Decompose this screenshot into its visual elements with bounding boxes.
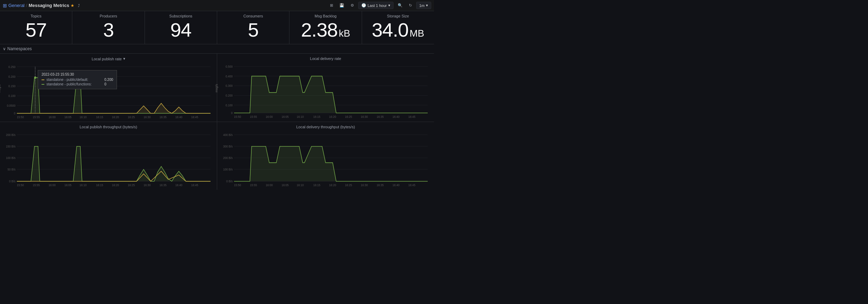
chart-local-publish-throughput-svg: 200 B/s 150 B/s 100 B/s 50 B/s 0 B/s 15:… bbox=[3, 131, 214, 187]
svg-text:16:40: 16:40 bbox=[175, 115, 183, 119]
stat-consumers-value: 5 bbox=[223, 20, 284, 40]
svg-text:16:25: 16:25 bbox=[128, 183, 135, 187]
zoom-icon: 🔍 bbox=[398, 3, 403, 8]
stat-storage-size-value: 34.0 bbox=[372, 19, 409, 41]
svg-text:16:20: 16:20 bbox=[112, 183, 119, 187]
svg-text:16:05: 16:05 bbox=[281, 183, 289, 187]
svg-text:15:55: 15:55 bbox=[250, 183, 257, 187]
svg-text:16:30: 16:30 bbox=[361, 115, 368, 119]
settings-icon: ⚙ bbox=[351, 3, 354, 8]
svg-text:0.500: 0.500 bbox=[226, 65, 233, 68]
chart-local-publish-rate-wrap: msg/s 0.250 0.200 0.150 0.100 0.0500 0 bbox=[3, 63, 214, 119]
svg-text:16:20: 16:20 bbox=[329, 115, 337, 119]
stat-producers-label: Producers bbox=[78, 14, 139, 18]
stat-producers-value: 3 bbox=[78, 20, 139, 40]
svg-text:0.100: 0.100 bbox=[8, 94, 16, 98]
stat-topics: Topics 57 bbox=[0, 11, 72, 44]
svg-text:0.150: 0.150 bbox=[8, 84, 16, 88]
svg-text:16:30: 16:30 bbox=[144, 183, 151, 187]
svg-text:16:15: 16:15 bbox=[313, 115, 321, 119]
svg-text:0: 0 bbox=[231, 111, 233, 115]
interval-button[interactable]: 1m ▾ bbox=[416, 2, 431, 9]
svg-marker-12 bbox=[17, 78, 211, 113]
svg-text:15:55: 15:55 bbox=[33, 115, 40, 119]
stat-topics-label: Topics bbox=[6, 14, 66, 18]
favorite-star-icon[interactable]: ★ bbox=[71, 3, 74, 8]
breadcrumb-separator: / bbox=[26, 3, 27, 8]
header-left: ⊞ General / Messaging Metrics ★ ⤴ bbox=[3, 2, 325, 9]
svg-text:100 B/s: 100 B/s bbox=[6, 156, 15, 160]
svg-text:15:50: 15:50 bbox=[17, 183, 24, 187]
settings-button[interactable]: ⚙ bbox=[348, 2, 356, 9]
svg-text:16:05: 16:05 bbox=[64, 183, 72, 187]
svg-text:16:30: 16:30 bbox=[144, 115, 151, 119]
svg-text:16:25: 16:25 bbox=[345, 115, 352, 119]
add-panel-icon: ⊞ bbox=[330, 3, 333, 8]
header-right: ⊞ 💾 ⚙ 🕐 Last 1 hour ▾ 🔍 ↻ 1m ▾ bbox=[328, 2, 431, 9]
page-title: Messaging Metrics bbox=[29, 3, 69, 8]
svg-text:200 B/s: 200 B/s bbox=[6, 133, 15, 137]
chart-local-delivery-rate-svg: 0.500 0.400 0.300 0.200 0.100 0 15:50 15… bbox=[220, 63, 431, 119]
svg-text:16:10: 16:10 bbox=[297, 115, 304, 119]
chart-local-publish-rate: Local publish rate ▾ msg/s 0.250 0.200 0… bbox=[0, 54, 217, 122]
stat-subscriptions-label: Subscriptions bbox=[150, 14, 211, 18]
time-range-label: Last 1 hour bbox=[368, 3, 387, 8]
svg-text:400 B/s: 400 B/s bbox=[223, 133, 233, 137]
svg-text:16:20: 16:20 bbox=[112, 115, 119, 119]
svg-marker-13 bbox=[17, 103, 211, 113]
stat-topics-value: 57 bbox=[6, 20, 66, 40]
interval-label: 1m bbox=[419, 3, 425, 8]
chart-local-publish-rate-svg: 0.250 0.200 0.150 0.100 0.0500 0 15 bbox=[3, 63, 214, 119]
svg-text:15:55: 15:55 bbox=[33, 183, 40, 187]
time-chevron-icon: ▾ bbox=[388, 3, 390, 8]
svg-text:16:40: 16:40 bbox=[175, 183, 183, 187]
svg-text:16:15: 16:15 bbox=[313, 183, 321, 187]
zoom-out-button[interactable]: 🔍 bbox=[396, 2, 405, 9]
breadcrumb-root[interactable]: General bbox=[8, 3, 24, 8]
svg-text:0 B/s: 0 B/s bbox=[9, 180, 15, 183]
chart-local-delivery-throughput-title: Local delivery throughput (bytes/s) bbox=[220, 125, 431, 129]
svg-text:16:10: 16:10 bbox=[80, 115, 87, 119]
stat-subscriptions-value: 94 bbox=[150, 20, 211, 40]
svg-text:200 B/s: 200 B/s bbox=[223, 156, 233, 160]
svg-text:16:00: 16:00 bbox=[49, 115, 56, 119]
namespaces-chevron-icon: ∨ bbox=[3, 46, 6, 51]
svg-text:0.100: 0.100 bbox=[226, 104, 233, 107]
chart-local-publish-throughput-wrap: 200 B/s 150 B/s 100 B/s 50 B/s 0 B/s 15:… bbox=[3, 131, 214, 187]
save-button[interactable]: 💾 bbox=[337, 2, 346, 9]
svg-text:300 B/s: 300 B/s bbox=[223, 145, 233, 148]
svg-text:0.0500: 0.0500 bbox=[7, 104, 16, 107]
svg-text:50 B/s: 50 B/s bbox=[7, 168, 15, 171]
svg-text:16:20: 16:20 bbox=[329, 183, 337, 187]
svg-text:16:35: 16:35 bbox=[160, 183, 167, 187]
stat-storage-size-unit: MB bbox=[410, 28, 424, 39]
time-range-button[interactable]: 🕐 Last 1 hour ▾ bbox=[358, 2, 393, 9]
svg-marker-40 bbox=[234, 76, 428, 113]
svg-text:16:35: 16:35 bbox=[160, 115, 167, 119]
svg-text:16:00: 16:00 bbox=[266, 115, 273, 119]
svg-text:150 B/s: 150 B/s bbox=[6, 145, 15, 148]
svg-text:16:45: 16:45 bbox=[191, 115, 198, 119]
svg-text:16:40: 16:40 bbox=[392, 183, 400, 187]
svg-text:16:35: 16:35 bbox=[377, 115, 384, 119]
svg-text:16:25: 16:25 bbox=[345, 183, 352, 187]
namespaces-label: Namespaces bbox=[7, 46, 32, 51]
chart-local-delivery-rate: Local delivery rate msg/s 0.500 0.400 0.… bbox=[217, 54, 434, 122]
namespaces-section-header[interactable]: ∨ Namespaces bbox=[0, 44, 434, 54]
stat-storage-size: Storage Size 34.0 MB bbox=[362, 11, 434, 44]
svg-text:16:05: 16:05 bbox=[281, 115, 289, 119]
chart-local-publish-throughput: Local publish throughput (bytes/s) 200 B… bbox=[0, 122, 217, 190]
chart-local-delivery-throughput: Local delivery throughput (bytes/s) 400 … bbox=[217, 122, 434, 190]
grid-icon: ⊞ bbox=[3, 3, 7, 8]
chart-dropdown-icon[interactable]: ▾ bbox=[123, 56, 125, 61]
refresh-icon: ↻ bbox=[409, 3, 412, 8]
svg-marker-63 bbox=[17, 146, 211, 181]
stat-subscriptions: Subscriptions 94 bbox=[145, 11, 217, 44]
svg-marker-86 bbox=[234, 146, 428, 181]
top-header: ⊞ General / Messaging Metrics ★ ⤴ ⊞ 💾 ⚙ … bbox=[0, 0, 434, 11]
refresh-button[interactable]: ↻ bbox=[407, 2, 414, 9]
stat-msg-backlog-label: Msg Backlog bbox=[295, 14, 356, 18]
add-panel-button[interactable]: ⊞ bbox=[328, 2, 335, 9]
svg-text:15:50: 15:50 bbox=[234, 115, 241, 119]
share-button[interactable]: ⤴ bbox=[76, 2, 82, 9]
